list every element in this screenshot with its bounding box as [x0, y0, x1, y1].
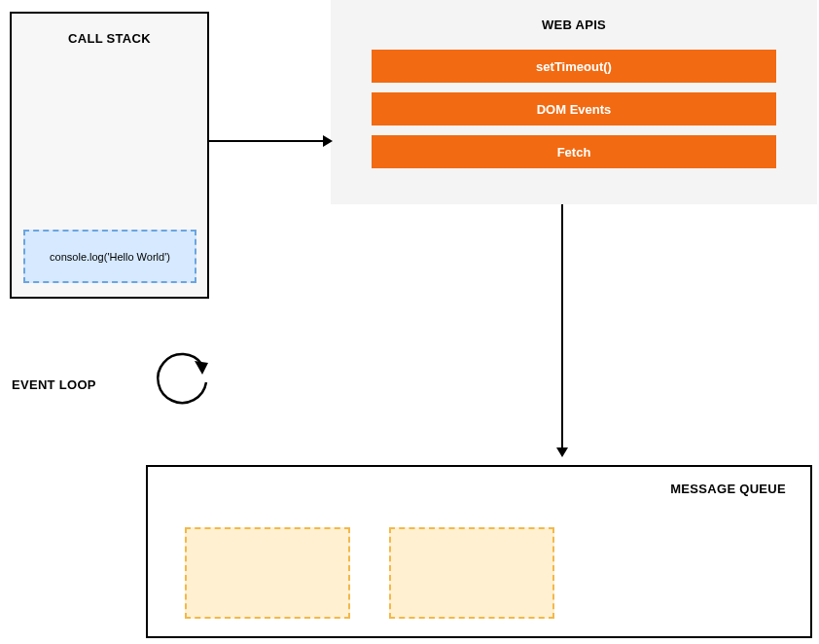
web-api-item: setTimeout() — [372, 50, 776, 83]
message-queue-box: MESSAGE QUEUE — [146, 465, 812, 638]
web-apis-list: setTimeout() DOM Events Fetch — [331, 50, 817, 168]
web-api-item: Fetch — [372, 135, 776, 168]
event-loop-icon — [136, 347, 224, 425]
message-queue-title: MESSAGE QUEUE — [670, 482, 786, 496]
event-loop-label: EVENT LOOP — [12, 377, 96, 392]
message-queue-item — [389, 527, 554, 619]
arrow-webapis-to-queue — [561, 204, 563, 455]
svg-marker-0 — [195, 361, 208, 375]
web-api-item: DOM Events — [372, 92, 776, 125]
message-queue-item — [185, 527, 350, 619]
web-apis-title: WEB APIS — [331, 18, 817, 32]
call-stack-frame: console.log('Hello World') — [23, 230, 196, 283]
call-stack-title: CALL STACK — [12, 31, 207, 46]
message-queue-items — [185, 527, 554, 619]
arrow-callstack-to-webapis — [209, 140, 331, 142]
web-apis-box: WEB APIS setTimeout() DOM Events Fetch — [331, 0, 817, 204]
call-stack-box: CALL STACK console.log('Hello World') — [10, 12, 209, 299]
